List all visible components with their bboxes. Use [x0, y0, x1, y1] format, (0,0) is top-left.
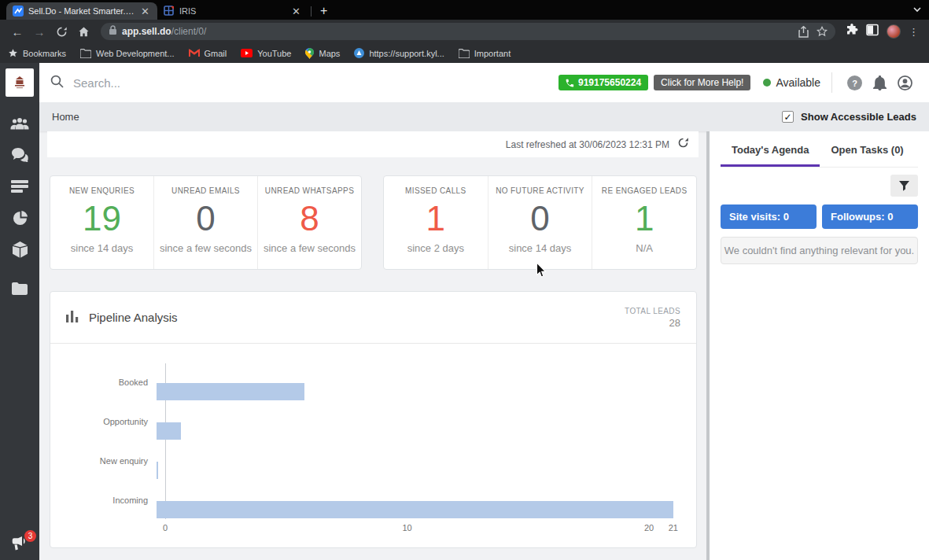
dashboard-column: Last refreshed at 30/06/2023 12:31 PM NE… — [39, 131, 706, 560]
tab-selldo[interactable]: Sell.Do - Market Smarter. Sell ✕ — [6, 2, 157, 20]
bookmarks-bar: Bookmarks Web Development... Gmail YouTu… — [0, 43, 929, 63]
help-circle-icon[interactable]: ? — [847, 76, 862, 90]
pipeline-header: Pipeline Analysis TOTAL LEADS 28 — [50, 292, 696, 344]
stat-value: 19 — [50, 195, 153, 242]
browser-menu-icon[interactable]: ⋮ — [909, 26, 919, 38]
share-icon[interactable] — [798, 26, 809, 38]
phone-number-button[interactable]: 919175650224 — [559, 75, 648, 90]
chart-row: Opportunity — [66, 401, 680, 440]
bookmark-label: Gmail — [205, 49, 227, 58]
url-path: /client/0/ — [171, 26, 207, 37]
profile-avatar[interactable] — [887, 24, 901, 39]
stat-label: UNREAD WHATSAPPS — [258, 186, 361, 195]
new-tab-button[interactable]: + — [314, 5, 334, 20]
availability-status[interactable]: Available — [763, 76, 820, 89]
address-bar[interactable]: app.sell.do /client/0/ — [101, 23, 835, 40]
bookmarks-manager[interactable]: Bookmarks — [8, 48, 66, 58]
side-panel-icon[interactable] — [866, 24, 879, 39]
stat-label: UNREAD EMAILS — [154, 186, 257, 195]
sidebar-item-documents[interactable] — [0, 282, 39, 298]
total-leads-value: 28 — [625, 317, 680, 329]
forward-button[interactable]: → — [30, 22, 49, 41]
bookmark-label: YouTube — [257, 49, 291, 58]
notifications-bell-icon[interactable] — [873, 76, 887, 90]
phone-icon — [566, 79, 574, 87]
sidebar-item-campaigns[interactable] — [0, 180, 39, 196]
bookmark-maps[interactable]: Maps — [305, 48, 340, 59]
gmail-icon — [189, 49, 200, 57]
megaphone-icon — [10, 540, 29, 553]
lock-icon — [109, 25, 117, 38]
account-icon[interactable] — [898, 76, 912, 90]
tab-title: IRIS — [179, 6, 286, 16]
browser-window: Sell.Do - Market Smarter. Sell ✕ IRIS ✕ … — [0, 0, 929, 560]
folder-icon — [12, 282, 28, 298]
stat-unread-whatsapps: UNREAD WHATSAPPS 8 since a few seconds — [257, 176, 361, 269]
pipeline-title: Pipeline Analysis — [89, 311, 178, 324]
stat-label: RE ENGAGED LEADS — [592, 186, 696, 195]
agenda-panel: Today's Agenda Open Tasks (0) Site visit… — [710, 131, 929, 560]
stat-value: 1 — [384, 195, 488, 242]
search-icon — [50, 75, 64, 91]
tab-open-tasks[interactable]: Open Tasks (0) — [820, 136, 914, 167]
axis-tick: 0 — [163, 523, 168, 532]
bookmark-youtube[interactable]: YouTube — [241, 49, 291, 58]
agenda-counters: Site visits: 0 Followups: 0 — [721, 204, 918, 229]
bookmark-support[interactable]: https://support.kyl... — [354, 48, 444, 58]
bookmark-label: Important — [474, 49, 511, 58]
stat-re-engaged-leads: RE ENGAGED LEADS 1 N/A — [592, 176, 696, 269]
breadcrumb-bar: Home ✓ Show Accessible Leads — [39, 102, 929, 131]
tab-close-icon[interactable]: ✕ — [139, 6, 151, 17]
followups-button[interactable]: Followups: 0 — [822, 204, 918, 229]
page-title: Home — [52, 111, 79, 123]
stat-value: 0 — [488, 195, 592, 242]
stat-caption: since 14 days — [488, 242, 592, 254]
sidebar-item-conversations[interactable] — [0, 149, 39, 164]
extensions-icon[interactable] — [846, 24, 858, 39]
browser-toolbar: ← → app.sell.do /client/0/ — [0, 20, 929, 43]
stat-caption: since 14 days — [50, 242, 153, 254]
search-input[interactable] — [73, 76, 309, 90]
chart-bar — [157, 462, 158, 479]
support-site-icon — [354, 48, 364, 58]
sidebar-item-announcements[interactable]: 3 — [10, 536, 29, 554]
stat-missed-calls: MISSED CALLS 1 since 2 days — [384, 176, 488, 269]
tab-iris[interactable]: IRIS ✕ — [157, 2, 308, 20]
stat-new-enquiries: NEW ENQURIES 19 since 14 days — [50, 176, 153, 269]
bookmark-important[interactable]: Important — [459, 49, 511, 58]
sidebar-item-inventory[interactable] — [0, 243, 39, 259]
availability-label: Available — [776, 76, 820, 89]
help-button[interactable]: Click for More Help! — [654, 75, 750, 90]
refresh-strip: Last refreshed at 30/06/2023 12:31 PM — [47, 131, 699, 157]
sidebar-item-leads[interactable] — [0, 117, 39, 133]
youtube-icon — [241, 49, 253, 57]
users-icon — [10, 117, 29, 134]
tab-todays-agenda[interactable]: Today's Agenda — [721, 136, 820, 167]
axis-tick: 21 — [669, 523, 678, 532]
tab-close-icon[interactable]: ✕ — [290, 6, 302, 17]
chart-category-label: Opportunity — [66, 401, 157, 440]
home-button[interactable] — [74, 22, 93, 41]
show-accessible-leads-checkbox[interactable]: ✓ — [782, 111, 794, 123]
iris-favicon — [164, 6, 175, 17]
bookmark-star-icon[interactable] — [817, 26, 828, 37]
pipeline-analysis-card: Pipeline Analysis TOTAL LEADS 28 Booked — [50, 291, 697, 548]
reload-button[interactable] — [52, 22, 71, 41]
company-logo[interactable] — [6, 68, 34, 97]
bookmark-label: Web Development... — [96, 49, 174, 58]
sidebar-item-reports[interactable] — [0, 212, 39, 227]
refresh-icon[interactable] — [677, 137, 689, 152]
agenda-tabs: Today's Agenda Open Tasks (0) — [721, 136, 918, 168]
bookmark-web-development[interactable]: Web Development... — [80, 49, 174, 58]
filter-button[interactable] — [890, 175, 918, 197]
maps-pin-icon — [305, 48, 314, 59]
stat-label: MISSED CALLS — [384, 186, 488, 195]
site-visits-button[interactable]: Site visits: 0 — [721, 204, 817, 229]
bookmark-gmail[interactable]: Gmail — [189, 49, 227, 58]
bookmark-label: Maps — [319, 49, 340, 58]
app-sidebar: 3 — [0, 63, 39, 560]
stats-row: NEW ENQURIES 19 since 14 days UNREAD EMA… — [50, 175, 697, 270]
back-button[interactable]: ← — [8, 22, 27, 41]
window-chevron-icon[interactable] — [912, 4, 923, 18]
header-divider — [831, 72, 832, 93]
